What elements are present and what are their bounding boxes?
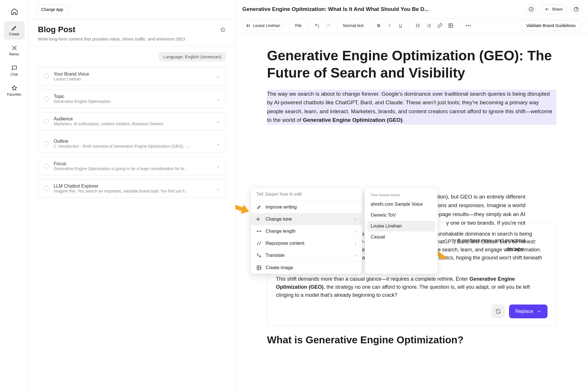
svg-text:3: 3 [427, 26, 428, 28]
nav-rail: Create Remix Chat Favorites [0, 0, 29, 391]
document[interactable]: Generative Engine Optimization (GEO): Th… [235, 33, 588, 391]
nav-remix[interactable]: Remix [4, 41, 25, 60]
change-tone-item[interactable]: Change tone› [251, 213, 362, 225]
chevron-down-icon: ⌄ [216, 186, 220, 191]
card-sub: Generative Engine Optimization [54, 99, 212, 104]
translate-item[interactable]: Translate› [251, 249, 362, 261]
card-brand-voice[interactable]: Your Brand VoiceLouise Linehan⌄ [38, 67, 226, 86]
status-dot [44, 186, 49, 191]
voice-name: Louise Linehan [253, 23, 280, 28]
toolbar: Louise Linehan File Normal text B I U 12… [235, 18, 588, 33]
annotation-arrow [235, 195, 251, 218]
card-sub: Louise Linehan [54, 77, 212, 81]
card-audience[interactable]: AudienceMarketers, AI enthusiasts, conte… [38, 112, 226, 130]
bullet-list-icon[interactable] [414, 22, 422, 30]
doc-h1: Generative Engine Optimization (GEO): Th… [267, 47, 556, 82]
card-title: LLM Chatbot Explorer [54, 184, 212, 189]
voice-option[interactable]: ahrefs.com Sample Voice [365, 199, 438, 210]
italic-icon[interactable]: I [386, 22, 394, 30]
chevron-down-icon: ⌄ [216, 141, 220, 146]
separator [289, 22, 289, 29]
card-title: Focus [54, 161, 212, 166]
separator [336, 22, 337, 29]
replace-button[interactable]: Replace [509, 305, 548, 318]
validate-button[interactable]: Validate Brand Guidelines [521, 20, 581, 31]
voice-option-selected[interactable]: Louise Linehan [367, 221, 435, 232]
help-icon[interactable] [571, 4, 581, 14]
check-icon[interactable] [526, 4, 536, 14]
redo-icon[interactable] [324, 22, 332, 30]
image-icon[interactable] [447, 22, 455, 30]
underline-icon[interactable]: U [396, 22, 405, 30]
right-panel: Generative Engine Opitmization: What Is … [235, 0, 588, 391]
nav-favorites[interactable]: Favorites [4, 82, 25, 100]
svg-point-12 [470, 25, 471, 26]
item-label: Create image [266, 265, 293, 270]
nav-chat[interactable]: Chat [4, 61, 25, 80]
card-sub: Marketers, AI enthusiasts, content creat… [54, 122, 212, 126]
style-selector[interactable]: Normal text [341, 23, 365, 28]
chevron-down-icon: ⌄ [216, 164, 220, 168]
voice-selector[interactable]: Louise Linehan [242, 21, 284, 30]
home-icon[interactable] [8, 5, 21, 18]
nav-create[interactable]: Create [4, 21, 25, 40]
document-title: Generative Engine Opitmization: What Is … [242, 6, 522, 12]
svg-point-4 [416, 26, 417, 27]
repurpose-item[interactable]: Repurpose content› [251, 237, 362, 249]
card-title: Your Brand Voice [54, 72, 212, 77]
svg-point-11 [468, 25, 469, 26]
share-button[interactable]: Share [541, 5, 567, 14]
svg-point-10 [466, 25, 467, 26]
panel-subtitle: Write long-form content that provides va… [38, 36, 226, 41]
more-icon[interactable] [464, 22, 472, 30]
svg-point-2 [416, 24, 417, 24]
separator [409, 22, 409, 29]
change-length-item[interactable]: Change length› [251, 225, 362, 237]
change-app-button[interactable]: Change App [36, 5, 68, 14]
intro-paragraph: The way we search is about to change for… [267, 90, 556, 125]
number-list-icon[interactable]: 123 [425, 22, 433, 30]
card-focus[interactable]: FocusGenerative Engine Optimization is g… [38, 157, 226, 175]
bold-icon[interactable]: B [375, 22, 383, 30]
nav-favorites-label: Favorites [7, 93, 21, 97]
separator [459, 22, 460, 29]
chevron-right-icon: › [355, 253, 356, 258]
chevron-down-icon: ⌄ [216, 97, 220, 101]
link-icon[interactable] [436, 22, 444, 30]
edit-input[interactable]: Tell Jasper how to edit [251, 188, 362, 201]
card-llm-explorer[interactable]: LLM Chatbot ExplorerImagine this: You se… [38, 179, 226, 198]
status-dot [44, 74, 49, 79]
chevron-down-icon: ⌄ [216, 119, 220, 124]
chevron-down-icon: ⌄ [216, 74, 220, 79]
voice-option[interactable]: Casual [365, 232, 438, 242]
refresh-button[interactable] [491, 305, 505, 318]
language-pill[interactable]: Language: English (American) [159, 52, 226, 61]
item-label: Translate [266, 253, 285, 258]
nav-chat-label: Chat [11, 72, 18, 76]
status-dot [44, 141, 49, 146]
item-label: Change tone [266, 217, 292, 222]
voice-option[interactable]: Generic ToV [365, 210, 438, 221]
status-dot [44, 96, 49, 101]
card-sub: Generative Engine Optimization is going … [54, 166, 212, 171]
item-label: Improve writing [266, 205, 297, 210]
star-icon[interactable] [220, 27, 226, 33]
card-outline[interactable]: Outline1. Introduction - Brief overview … [38, 134, 226, 153]
svg-point-0 [529, 7, 533, 11]
svg-point-9 [450, 24, 450, 25]
undo-icon[interactable] [313, 22, 321, 30]
card-title: Outline [54, 139, 212, 144]
share-label: Share [552, 7, 562, 11]
card-title: Topic [54, 94, 212, 99]
svg-point-14 [258, 267, 259, 267]
svg-point-3 [416, 25, 417, 26]
suggestion-p2: This shift demands more than a casual gl… [276, 275, 548, 299]
improve-writing-item[interactable]: Improve writing [251, 201, 362, 213]
create-image-item[interactable]: Create image [251, 262, 362, 274]
card-title: Audience [54, 116, 212, 122]
card-topic[interactable]: TopicGenerative Engine Optimization⌄ [38, 90, 226, 108]
replace-label: Replace [515, 309, 533, 314]
file-menu[interactable]: File [293, 23, 303, 28]
nav-remix-label: Remix [9, 52, 19, 56]
status-dot [44, 163, 49, 169]
